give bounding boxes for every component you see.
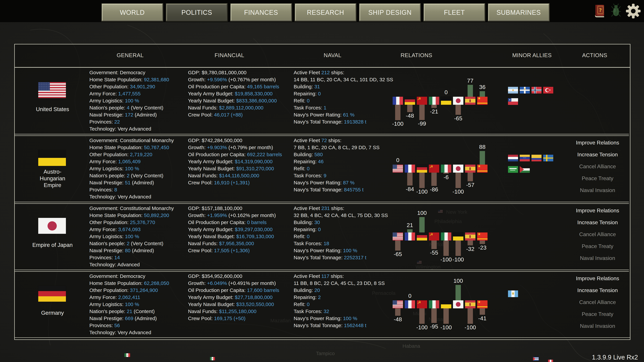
relation-value-usa: -48 bbox=[386, 316, 410, 323]
naval-column-line: Active Fleet 72 ships: bbox=[294, 137, 380, 144]
tab-ship-design[interactable]: SHIP DESIGN bbox=[360, 4, 420, 21]
naval-column-line: 32 BB, 4 BC, 42 CA, 48 CL, 75 DD, 30 SS bbox=[294, 212, 388, 219]
naval-column-line: Refit: 0 bbox=[294, 301, 385, 308]
action-improve-relations[interactable]: Improve Relations bbox=[569, 275, 626, 282]
general-column-line: Provinces: 8 bbox=[90, 186, 174, 193]
settings-gear-icon[interactable] bbox=[626, 3, 641, 19]
minor-ally-flag-saudi-arabia bbox=[508, 166, 518, 173]
naval-column-line: Building: 20 bbox=[294, 287, 385, 294]
relation-value-usa: -65 bbox=[386, 251, 410, 257]
tab-world-label: WORLD bbox=[120, 8, 145, 16]
relation-value-italy: -21 bbox=[422, 108, 446, 115]
naval-column-line: Building: 580 bbox=[294, 151, 380, 158]
relation-value-spain: -100 bbox=[458, 324, 482, 331]
relation-flag-spain bbox=[465, 300, 476, 308]
financial-column-line: Yearly Naval Budget: $16,709,130,000 bbox=[188, 233, 276, 240]
politics-panel: GENERAL FINANCIAL NAVAL RELATIONS MINOR … bbox=[14, 44, 630, 340]
financial-column-line: Yearly Naval Budget: $33,520,550,000 bbox=[188, 301, 279, 308]
tab-finances[interactable]: FINANCES bbox=[230, 4, 292, 21]
tab-politics[interactable]: POLITICS bbox=[166, 4, 227, 21]
general-column-line: Government: Constitutional Monarchy bbox=[90, 137, 174, 144]
relation-bar-italy bbox=[444, 241, 449, 256]
country-flag-germany bbox=[38, 286, 66, 302]
relation-value-france: 0 bbox=[398, 293, 422, 299]
tab-world[interactable]: WORLD bbox=[102, 4, 163, 21]
actions-column: Improve RelationsIncrease TensionCancel … bbox=[569, 203, 626, 271]
action-naval-invasion: Naval Invasion bbox=[569, 323, 626, 330]
general-column-line: Nation's people: 2 (Very Content) bbox=[90, 240, 174, 247]
actions-column: Improve RelationsIncrease TensionCancel … bbox=[569, 135, 626, 203]
general-column-line: Technology: Very Advanced bbox=[90, 193, 174, 200]
relation-flag-ussr: ☭ bbox=[429, 165, 439, 173]
action-improve-relations[interactable]: Improve Relations bbox=[569, 207, 626, 215]
country-flag-austro-hungarian-empire bbox=[38, 150, 66, 166]
minor-ally-flag-jordan bbox=[520, 166, 530, 173]
financial-column: GDP: $354,952,600,000Growth: +6.049% (+0… bbox=[188, 273, 279, 322]
minor-ally-flag-venezuela: ••• bbox=[520, 155, 530, 161]
general-column-line: Other Population: 371,264,900 bbox=[90, 287, 169, 294]
action-increase-tension[interactable]: Increase Tension bbox=[569, 287, 626, 294]
relations-chart: -100-48☭-99-210-6577★36 bbox=[392, 67, 508, 135]
country-flag-empire-of-japan bbox=[38, 218, 66, 234]
relation-bar-germany bbox=[419, 217, 425, 232]
general-column-line: Home State Population: 92,381,680 bbox=[90, 76, 169, 83]
relation-bar-usa bbox=[395, 241, 400, 251]
general-column: Government: Constitutional MonarchyHome … bbox=[90, 205, 174, 268]
minor-ally-flag-chile: ★ bbox=[508, 98, 518, 105]
financial-column-line: Crew Pool: 169,175 (+50) bbox=[188, 315, 279, 322]
map-flag-mexico bbox=[210, 357, 215, 360]
relation-value-china: 36 bbox=[470, 84, 494, 90]
help-book-icon[interactable]: ? bbox=[593, 4, 606, 18]
tab-ship-design-label: SHIP DESIGN bbox=[368, 8, 412, 16]
map-flag-mexico bbox=[124, 353, 130, 357]
relation-flag-italy bbox=[441, 165, 451, 173]
naval-column-line: 7 BB, 1 BC, 20 CA, 8 CL, 29 DD, 7 SS bbox=[294, 144, 380, 151]
financial-column-line: Growth: +6.049% (+0.491% per month) bbox=[188, 280, 279, 287]
tab-fleet[interactable]: FLEET bbox=[424, 4, 485, 21]
naval-column-line: Repairing: 0 bbox=[294, 90, 393, 97]
relation-flag-austria-hungary bbox=[453, 232, 464, 241]
relation-flag-china: ★ bbox=[477, 232, 488, 241]
general-column-line: Nation's people: 21 (Content) bbox=[90, 308, 169, 315]
action-increase-tension[interactable]: Increase Tension bbox=[569, 219, 626, 226]
relation-flag-usa bbox=[392, 232, 403, 241]
relation-value-france: -100 bbox=[386, 120, 410, 127]
financial-column-line: Yearly Naval Budget: $91,310,270,000 bbox=[188, 165, 282, 172]
relation-bar-ussr bbox=[419, 308, 425, 324]
general-column-line: Army Logistics: 100 % bbox=[90, 97, 169, 104]
bug-report-icon[interactable] bbox=[611, 3, 621, 19]
top-menu-bar: WORLD POLITICS FINANCES RESEARCH SHIP DE… bbox=[0, 0, 644, 22]
financial-column-line: Naval Funds: $11,255,180,000 bbox=[188, 308, 279, 315]
naval-column-line: Navy's Power Rating: 100 % bbox=[294, 315, 385, 322]
minor-allies: ★★ bbox=[508, 67, 562, 135]
action-improve-relations[interactable]: Improve Relations bbox=[569, 140, 626, 147]
relation-value-italy: -6 bbox=[434, 174, 458, 180]
tab-submarines[interactable]: SUBMARINES bbox=[488, 4, 549, 21]
action-peace-treaty: Peace Treaty bbox=[569, 311, 626, 318]
relation-flag-japan bbox=[453, 300, 464, 308]
relation-flag-spain bbox=[465, 165, 476, 173]
minor-ally-flag-colombia bbox=[532, 155, 542, 161]
relation-value-china: -23 bbox=[470, 244, 494, 251]
country-row-austro-hungarian-empire: Austro-Hungarian EmpireGovernment: Const… bbox=[15, 135, 629, 203]
country-flag-united-states bbox=[38, 82, 66, 98]
naval-column-line: Task Forces: 32 bbox=[294, 308, 385, 315]
action-increase-tension[interactable]: Increase Tension bbox=[569, 151, 626, 159]
relation-flag-france bbox=[405, 165, 415, 173]
general-column-line: Naval Prestige: 80 (Admired) bbox=[90, 247, 174, 254]
column-header-minor-allies: MINOR ALLIES bbox=[512, 52, 552, 58]
relation-flag-germany bbox=[417, 232, 427, 241]
naval-column-line: Navy's Power Rating: 61 % bbox=[294, 111, 393, 118]
relation-bar-italy bbox=[444, 173, 449, 174]
relation-value-china: -41 bbox=[470, 315, 494, 322]
financial-column-line: Yearly Army Budget: $19,858,330,000 bbox=[188, 90, 279, 97]
naval-column: Active Fleet 72 ships:7 BB, 1 BC, 20 CA,… bbox=[294, 137, 380, 193]
financial-column-line: GDP: $157,188,100,000 bbox=[188, 205, 276, 212]
financial-column-line: Crew Pool: 46,017 (+88) bbox=[188, 111, 279, 118]
tab-research[interactable]: RESEARCH bbox=[295, 4, 356, 21]
relation-flag-italy bbox=[429, 97, 439, 105]
financial-column-line: Growth: +9.596% (+0.767% per month) bbox=[188, 76, 279, 83]
naval-column-line: Active Fleet 231 ships: bbox=[294, 205, 388, 212]
relation-flag-spain bbox=[465, 232, 476, 241]
naval-column-line: Active Fleet 212 ships: bbox=[294, 69, 393, 76]
